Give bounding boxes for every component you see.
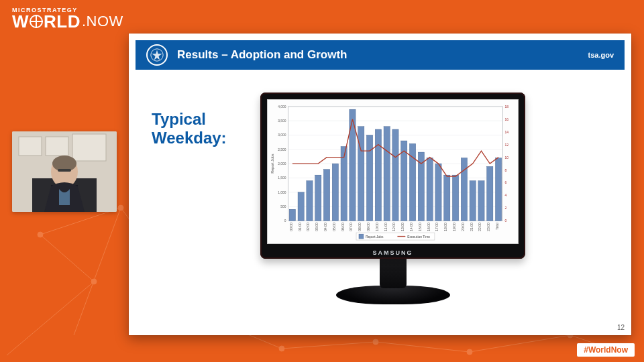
svg-text:500: 500: [280, 205, 286, 208]
svg-text:Report Jobs: Report Jobs: [270, 154, 274, 174]
monitor-neck: [380, 259, 407, 288]
agency-seal-icon: [146, 44, 168, 66]
svg-rect-109: [359, 234, 364, 239]
svg-text:20:00: 20:00: [462, 223, 465, 231]
svg-text:Execution Time: Execution Time: [407, 235, 430, 239]
svg-rect-62: [332, 164, 338, 221]
slide-title: Results – Adoption and Growth: [177, 48, 588, 62]
svg-rect-58: [298, 192, 304, 221]
svg-rect-68: [384, 127, 390, 221]
svg-text:10:00: 10:00: [376, 223, 379, 231]
brand-logo: MICROSTRATEGY W RLD .NOW: [12, 7, 123, 29]
svg-text:Total: Total: [496, 223, 499, 229]
svg-text:09:00: 09:00: [367, 223, 370, 231]
svg-rect-20: [46, 137, 68, 156]
svg-text:12:00: 12:00: [392, 223, 396, 231]
svg-text:4: 4: [504, 194, 506, 197]
svg-text:6: 6: [504, 181, 506, 184]
svg-text:11:00: 11:00: [384, 223, 388, 231]
svg-rect-59: [307, 181, 313, 221]
svg-rect-75: [444, 175, 450, 221]
svg-rect-80: [487, 166, 493, 221]
svg-text:06:00: 06:00: [341, 223, 345, 231]
svg-text:16: 16: [504, 118, 508, 121]
svg-text:02:00: 02:00: [307, 223, 310, 231]
svg-rect-21: [72, 134, 106, 161]
svg-line-0: [7, 282, 94, 355]
svg-rect-19: [19, 137, 42, 156]
svg-text:3,000: 3,000: [278, 133, 286, 137]
presentation-slide: Results – Adoption and Growth tsa.gov Ty…: [129, 34, 631, 335]
svg-text:1,500: 1,500: [278, 176, 286, 180]
event-hashtag: #WorldNow: [577, 343, 635, 357]
brand-world: W RLD .NOW: [12, 13, 123, 29]
svg-text:05:00: 05:00: [333, 223, 336, 231]
svg-line-6: [282, 342, 376, 349]
svg-text:23:00: 23:00: [487, 223, 490, 231]
svg-point-12: [118, 205, 123, 210]
svg-text:14:00: 14:00: [410, 223, 413, 231]
monitor-bezel: SAMSUNG 05001,0001,5002,0002,5003,0003,5…: [260, 93, 525, 259]
svg-text:21:00: 21:00: [470, 223, 474, 231]
svg-line-7: [376, 342, 470, 352]
svg-text:2: 2: [504, 206, 506, 210]
svg-text:13:00: 13:00: [401, 223, 405, 231]
svg-text:3,500: 3,500: [278, 119, 286, 123]
svg-text:2,000: 2,000: [278, 162, 286, 166]
monitor-mockup: SAMSUNG 05001,0001,5002,0002,5003,0003,5…: [260, 93, 525, 320]
svg-rect-61: [323, 170, 329, 221]
svg-rect-78: [470, 181, 476, 221]
svg-rect-79: [478, 181, 484, 221]
svg-rect-60: [315, 175, 321, 221]
svg-text:03:00: 03:00: [315, 223, 319, 231]
slide-header: Results – Adoption and Growth tsa.gov: [136, 40, 625, 70]
svg-text:10: 10: [504, 156, 508, 160]
svg-text:01:00: 01:00: [299, 223, 302, 231]
svg-text:2,500: 2,500: [278, 148, 286, 152]
svg-rect-77: [461, 158, 467, 221]
svg-rect-67: [375, 129, 381, 221]
svg-point-16: [467, 349, 472, 355]
svg-rect-26: [58, 169, 71, 172]
svg-rect-81: [495, 158, 501, 221]
svg-rect-73: [427, 158, 433, 221]
svg-text:18:00: 18:00: [444, 223, 447, 231]
globe-icon: [30, 15, 43, 28]
svg-rect-74: [435, 164, 441, 221]
svg-text:18: 18: [504, 105, 508, 109]
svg-rect-69: [392, 129, 398, 221]
svg-text:0: 0: [284, 219, 286, 223]
svg-line-8: [470, 335, 570, 352]
monitor-base: [336, 286, 450, 304]
svg-text:1,000: 1,000: [278, 191, 286, 194]
svg-text:16:00: 16:00: [427, 223, 431, 231]
svg-text:14: 14: [504, 131, 508, 134]
svg-line-1: [40, 235, 94, 282]
svg-text:8: 8: [504, 169, 506, 172]
svg-text:4,000: 4,000: [278, 105, 286, 109]
svg-text:19:00: 19:00: [453, 223, 456, 231]
svg-rect-65: [358, 127, 364, 221]
svg-text:15:00: 15:00: [419, 223, 422, 231]
slide-page-number: 12: [617, 324, 625, 331]
svg-text:07:00: 07:00: [350, 223, 353, 231]
svg-point-15: [373, 339, 378, 345]
svg-line-3: [74, 208, 121, 335]
svg-text:12: 12: [504, 143, 508, 147]
svg-text:04:00: 04:00: [324, 223, 327, 231]
svg-point-11: [38, 232, 43, 237]
svg-line-2: [40, 208, 121, 235]
slide-site-label: tsa.gov: [588, 51, 614, 59]
svg-text:Report Jobs: Report Jobs: [366, 235, 384, 239]
svg-text:00:00: 00:00: [290, 223, 293, 231]
svg-text:0: 0: [504, 219, 506, 223]
svg-text:17:00: 17:00: [435, 223, 439, 231]
svg-text:08:00: 08:00: [358, 223, 362, 231]
svg-rect-76: [452, 175, 458, 221]
svg-point-14: [279, 346, 284, 351]
monitor-brand-label: SAMSUNG: [372, 249, 413, 256]
svg-text:22:00: 22:00: [478, 223, 482, 231]
svg-rect-57: [289, 209, 295, 221]
chart-caption: Typical Weekday:: [152, 110, 259, 147]
svg-point-10: [91, 279, 97, 284]
